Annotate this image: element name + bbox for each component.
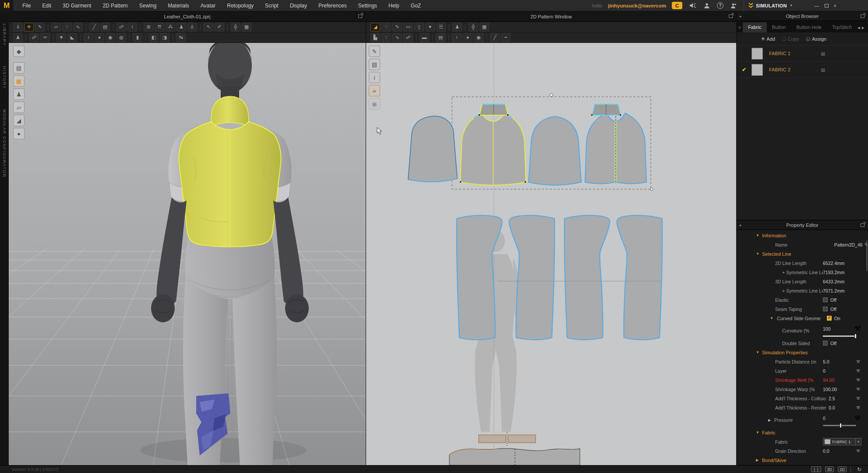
pattern-piece-collar-right[interactable] [591, 104, 621, 116]
buttonhole-icon[interactable]: ◉ [106, 33, 115, 42]
dock-tab[interactable]: MODULAR CONFIGURATOR [2, 109, 7, 177]
attach-button-icon[interactable]: ◍ [116, 33, 126, 42]
project-tab[interactable]: Leather_Cloth-01.zprj [164, 14, 211, 19]
3d-viewport[interactable]: ◆▤▩♟▱◢● [9, 43, 366, 465]
wrench-icon[interactable]: ⚒ [856, 387, 860, 392]
buttonhole-icon[interactable]: ◉ [474, 33, 483, 42]
pattern-piece-bodice-front[interactable] [460, 113, 526, 185]
edit-curvature-icon[interactable]: ∿ [73, 23, 83, 32]
section-curved-side[interactable]: ▼ Curved Side Geome On [737, 314, 868, 323]
view-2d-button[interactable]: 2D [838, 466, 847, 472]
wrench-icon[interactable]: ⚒ [856, 396, 860, 401]
arrangement-points-icon[interactable]: ⁂ [166, 23, 175, 32]
pattern-piece-sleeve-left[interactable] [408, 116, 457, 182]
add-user-icon[interactable] [729, 2, 738, 10]
popout-icon[interactable] [729, 14, 733, 18]
free-sewing-icon[interactable]: ≀ [127, 23, 137, 32]
split-view-icon[interactable]: ❘❘ [811, 466, 821, 472]
menu-item[interactable]: Preferences [313, 0, 353, 11]
fabric-detail-icon[interactable]: ▤ [821, 51, 825, 56]
check-sewing-icon[interactable]: ☍ [403, 33, 413, 42]
speaker-icon[interactable] [688, 2, 697, 10]
button-icon[interactable]: ● [463, 33, 473, 42]
remove-pin-icon[interactable]: ✂ [40, 33, 50, 42]
show-paper-icon[interactable]: ▱ [13, 102, 25, 113]
user-icon[interactable] [702, 2, 711, 10]
sync-icon[interactable]: ↻ [855, 466, 864, 472]
double-sided-checkbox[interactable] [823, 341, 828, 346]
triangle-right-icon[interactable]: ▶ [768, 418, 771, 422]
popout-icon[interactable] [861, 14, 864, 18]
sewing-machine-icon[interactable]: ▙ [370, 33, 380, 42]
tab-scroll-arrows[interactable]: ◀▶ [857, 26, 866, 30]
restore-button[interactable] [825, 4, 829, 7]
menu-item[interactable]: Script [259, 0, 284, 11]
pattern-piece-waistband-right[interactable] [508, 435, 536, 443]
menu-item[interactable]: GoZ [405, 0, 427, 11]
menu-item[interactable]: File [17, 0, 36, 11]
avatar-size-icon[interactable]: ♙ [187, 23, 197, 32]
mesh-grid-icon[interactable]: ▦ [480, 23, 489, 32]
account-email[interactable]: jinhyunsuck@navercom [608, 3, 666, 8]
dart-icon[interactable]: ♥ [425, 23, 435, 32]
show-pattern-icon[interactable]: ▤ [369, 59, 380, 70]
zipper-icon[interactable]: ≀ [452, 33, 462, 42]
fabric-swatch[interactable] [752, 48, 763, 60]
grid-icon[interactable]: ╬ [469, 23, 478, 32]
lock-icon[interactable]: ▣ [369, 98, 380, 109]
tape-measure-icon[interactable]: ✐ [215, 23, 224, 32]
minimize-button[interactable]: — [815, 3, 819, 8]
menu-item[interactable]: Edit [36, 0, 57, 11]
menu-item[interactable]: Avatar [195, 0, 221, 11]
pattern-piece-waistband-left[interactable] [479, 435, 506, 443]
pen-line-icon[interactable]: ╱ [490, 33, 500, 42]
show-avatar-icon[interactable]: ♟ [13, 88, 25, 100]
flatten-right-icon[interactable]: ◨ [160, 33, 169, 42]
dock-tab[interactable]: HISTORY [2, 66, 7, 89]
curved-side-checkbox[interactable] [827, 316, 832, 321]
create-rectangle-icon[interactable]: ▭ [403, 23, 413, 32]
show-3d-garment-icon[interactable]: ◆ [13, 46, 25, 57]
2d-canvas[interactable]: ✎▤i▰▣ [366, 43, 736, 465]
iron-icon[interactable]: ▬ [420, 33, 429, 42]
view-3d-button[interactable]: 3D [825, 466, 834, 472]
fabric-swatch[interactable] [752, 64, 763, 76]
section-simulation[interactable]: ▼ Simulation Properties [737, 348, 868, 357]
wrench-icon[interactable]: ⚒ [856, 368, 860, 373]
menu-item[interactable]: Materials [162, 0, 195, 11]
fabric-detail-icon[interactable]: ▤ [821, 67, 825, 72]
wrench-icon[interactable]: ⚒ [856, 405, 860, 410]
fabric-dropdown[interactable]: FABRIC 1 ▼ [823, 438, 861, 445]
zipper-icon[interactable]: ≀ [84, 33, 93, 42]
pleats-icon[interactable]: ☰ [436, 23, 446, 32]
menu-item[interactable]: Help [383, 0, 405, 11]
dock-tab[interactable]: LIBRARY [2, 24, 7, 46]
menu-item[interactable]: Sewing [134, 0, 162, 11]
assign-button[interactable]: ◱Assign [806, 36, 826, 42]
select-move-icon[interactable]: ✛ [24, 23, 34, 32]
menu-item[interactable]: Retopology [221, 0, 259, 11]
walk-avatar-icon[interactable]: ♟ [13, 33, 23, 42]
elastic-checkbox[interactable] [823, 297, 828, 302]
popout-icon[interactable] [861, 223, 864, 227]
show-info-icon[interactable]: i [369, 72, 380, 83]
object-browser-tab[interactable]: TopStitch [827, 22, 857, 32]
trim-icon[interactable]: ┅ [501, 33, 511, 42]
show-shadow-icon[interactable]: ◢ [13, 115, 25, 126]
create-polygon-icon[interactable]: ✎ [392, 23, 402, 32]
pattern-piece-hem[interactable] [449, 448, 580, 465]
pattern-piece-collar-left[interactable] [479, 104, 508, 116]
flatten-left-icon[interactable]: ◧ [149, 33, 159, 42]
transform-pattern-icon[interactable]: ▱ [51, 23, 61, 32]
wrench-icon[interactable]: ⚒ [854, 325, 861, 333]
segment-sewing-icon[interactable]: ∵ [381, 33, 391, 42]
FABRIC 1[interactable]: ✔ FABRIC 1 ▤ [737, 46, 868, 62]
pin-icon[interactable]: ↖ [204, 23, 213, 32]
collapse-icon[interactable]: ▸ [740, 14, 742, 18]
menu-item[interactable]: 2D Pattern [97, 0, 133, 11]
show-garment-style-icon[interactable]: ▤ [13, 62, 25, 74]
cloud-badge-icon[interactable]: C [672, 2, 682, 9]
section-selected-line[interactable]: ▼ Selected Line [737, 249, 868, 258]
free-sewing-icon[interactable]: ∿ [392, 33, 402, 42]
edit-pencil-icon[interactable]: ✎ [864, 242, 868, 247]
